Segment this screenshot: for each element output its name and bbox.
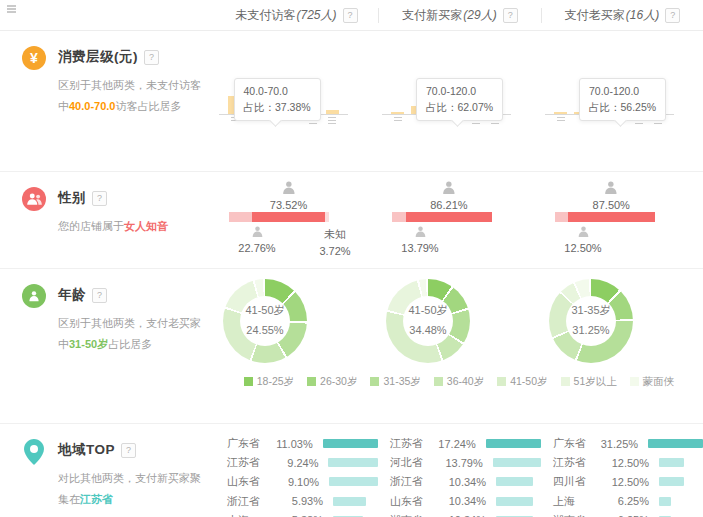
help-icon[interactable]: ? [665, 8, 680, 23]
help-icon[interactable]: ? [92, 191, 107, 206]
tooltip-range: 70.0-120.0 [426, 83, 493, 99]
region-list: 广东省11.03%江苏省9.24%山东省9.10%浙江省5.93%上海5.38% [215, 424, 378, 517]
region-bar [493, 458, 541, 467]
region-percent: 9.10% [275, 476, 319, 488]
region-percent: 5.93% [277, 495, 323, 507]
consumption-chart-unpaid-visitors[interactable]: 40.0-70.0占比：37.38% [215, 31, 378, 133]
region-bar [323, 439, 378, 448]
region-list-new-buyers: 江苏省17.24%河北省13.79%浙江省10.34%山东省10.34%湖南省1… [378, 424, 541, 517]
desc-highlight: 江苏省 [80, 493, 113, 505]
region-bar [648, 439, 703, 448]
region-bar [496, 477, 533, 486]
region-name: 江苏省 [390, 436, 435, 451]
female-segment[interactable] [568, 212, 656, 222]
region-name: 广东省 [553, 436, 597, 451]
legend-item[interactable]: 26-30岁 [307, 375, 357, 389]
legend-swatch [497, 377, 506, 386]
consumption-bar-chart: 70.0-120.0占比：56.25% [545, 78, 681, 127]
region-row: 浙江省10.34% [390, 472, 541, 491]
age-donut-chart[interactable]: 41-50岁24.55% [223, 279, 307, 363]
desc-text: 占比居多 [108, 338, 152, 350]
help-icon[interactable]: ? [121, 443, 136, 458]
row-region-top: 地域TOP ? 对比其他两类，支付新买家聚集在江苏省 广东省11.03%江苏省9… [0, 423, 703, 517]
demographics-dashboard: 未支付访客(725人)?支付新买家(29人)?支付老买家(16人)? ¥ 消费层… [0, 0, 703, 517]
legend-label: 36-40岁 [447, 375, 484, 389]
consumption-chart-old-buyers[interactable]: 70.0-120.0占比：56.25% [541, 31, 703, 133]
age-donut-chart[interactable]: 31-35岁31.25% [549, 279, 633, 363]
region-percent: 17.24% [435, 438, 476, 450]
unknown-segment[interactable] [325, 212, 329, 222]
visitor-type-count: (16人) [626, 7, 659, 24]
legend-item[interactable]: 51岁以上 [561, 375, 617, 389]
region-percent: 9.24% [275, 457, 319, 469]
legend-swatch [307, 377, 316, 386]
region-title: 地域TOP [58, 441, 115, 459]
desc-highlight: 40.0-70.0 [69, 100, 115, 112]
age-donut-chart[interactable]: 41-50岁34.48% [386, 279, 470, 363]
visitor-type-count: (29人) [463, 7, 496, 24]
consumption-chart-new-buyers[interactable]: 70.0-120.0占比：62.07% [378, 31, 541, 133]
female-icon [604, 181, 619, 198]
bar[interactable] [326, 110, 339, 114]
region-name: 山东省 [390, 494, 440, 509]
region-percent: 12.50% [603, 476, 649, 488]
bar[interactable] [554, 112, 567, 114]
help-icon[interactable]: ? [503, 8, 518, 23]
age-donut-unpaid-visitors[interactable]: 41-50岁24.55% [215, 269, 378, 368]
consumption-bar-chart: 40.0-70.0占比：37.38% [219, 78, 355, 127]
legend-item[interactable]: 36-40岁 [434, 375, 484, 389]
region-percent: 11.03% [272, 438, 313, 450]
male-segment[interactable] [555, 212, 568, 222]
tooltip-ratio: 占比：37.38% [244, 99, 311, 115]
gender-chart-old-buyers[interactable]: 87.50%12.50% [541, 172, 703, 265]
region-percent: 31.25% [597, 438, 638, 450]
female-segment[interactable] [406, 212, 492, 222]
legend-swatch [244, 377, 253, 386]
female-segment[interactable] [252, 212, 326, 222]
gender-desc: 您的店铺属于女人知音 [58, 216, 210, 237]
legend-item[interactable]: 41-50岁 [497, 375, 547, 389]
consumption-desc: 区别于其他两类，未支付访客中40.0-70.0访客占比居多 [58, 75, 210, 117]
gender-chart-unpaid-visitors[interactable]: 73.52%22.76%未知3.72% [215, 172, 378, 265]
male-icon [414, 226, 427, 241]
gender-stacked-bar: 87.50%12.50% [543, 176, 703, 264]
region-percent: 6.25% [603, 495, 649, 507]
age-legend: 18-25岁26-30岁31-35岁36-40岁41-50岁51岁以上蒙面侠 [215, 374, 703, 390]
male-segment[interactable] [392, 212, 406, 222]
region-name: 河北省 [390, 455, 438, 470]
region-bar [659, 458, 684, 467]
help-icon[interactable]: ? [144, 50, 159, 65]
age-donut-old-buyers[interactable]: 31-35岁31.25% [541, 269, 703, 368]
help-icon[interactable]: ? [92, 288, 107, 303]
male-segment[interactable] [229, 212, 252, 222]
unknown-percent: 3.72% [313, 243, 357, 260]
region-list: 江苏省17.24%河北省13.79%浙江省10.34%山东省10.34%湖南省1… [378, 424, 541, 517]
tooltip-range: 70.0-120.0 [589, 83, 656, 99]
region-name: 湖南省 [390, 513, 440, 517]
legend-item[interactable]: 31-35岁 [370, 375, 420, 389]
axis-tick-label [394, 117, 402, 122]
age-donut-new-buyers[interactable]: 41-50岁34.48% [378, 269, 541, 368]
donut-max-percent: 31.25% [572, 321, 609, 341]
chart-tooltip: 70.0-120.0占比：56.25% [579, 78, 666, 121]
gender-chart-new-buyers[interactable]: 86.21%13.79% [378, 172, 541, 265]
region-row: 湖南省10.34% [390, 511, 541, 517]
person-icon [22, 284, 46, 308]
region-percent: 12.50% [603, 457, 649, 469]
bar[interactable] [391, 112, 404, 114]
region-name: 上海 [553, 494, 603, 509]
region-bar [659, 477, 684, 486]
region-name: 浙江省 [390, 474, 440, 489]
visitor-type-count: (725人) [296, 7, 336, 24]
visitor-type-label: 未支付访客 [235, 7, 295, 24]
region-bar [496, 497, 533, 506]
legend-item[interactable]: 18-25岁 [244, 375, 294, 389]
legend-label: 41-50岁 [510, 375, 547, 389]
chart-tooltip: 70.0-120.0占比：62.07% [416, 78, 503, 121]
region-percent: 13.79% [438, 457, 482, 469]
female-percent: 86.21% [430, 198, 467, 213]
help-icon[interactable]: ? [343, 8, 358, 23]
legend-item[interactable]: 蒙面侠 [630, 375, 675, 389]
male-icon [251, 226, 264, 241]
region-list-unpaid-visitors: 广东省11.03%江苏省9.24%山东省9.10%浙江省5.93%上海5.38% [215, 424, 378, 517]
